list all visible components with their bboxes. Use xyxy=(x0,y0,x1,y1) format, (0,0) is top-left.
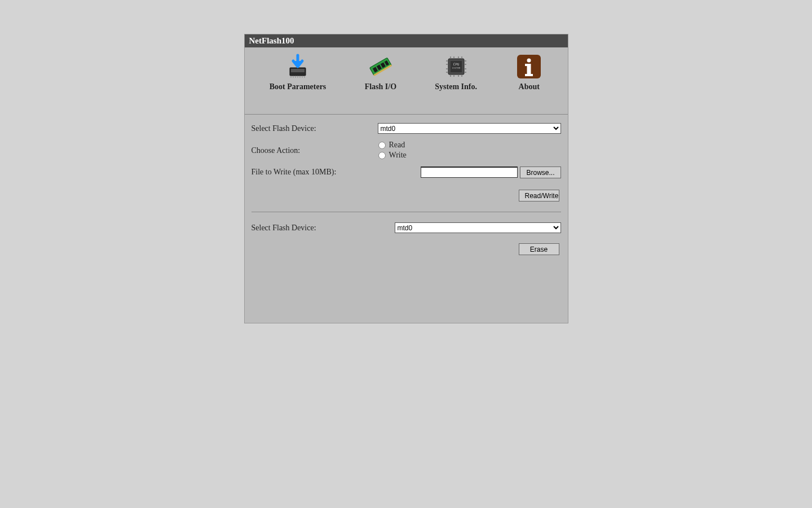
flash-device-select[interactable]: mtd0 xyxy=(378,123,561,134)
radio-write[interactable] xyxy=(378,152,386,159)
radio-read-label: Read xyxy=(389,141,405,150)
svg-point-36 xyxy=(527,59,531,63)
radio-read[interactable] xyxy=(378,142,386,149)
nav-system-info[interactable]: CPU SYSTEM System Info. xyxy=(435,53,477,91)
radio-write-label: Write xyxy=(389,151,407,160)
nav-about-label: About xyxy=(515,82,542,91)
file-input-group: Browse... xyxy=(421,167,561,178)
file-path-input[interactable] xyxy=(421,167,518,178)
file-label: File to Write (max 10MB): xyxy=(251,167,373,177)
erase-flash-device-select[interactable]: mtd0 xyxy=(395,222,561,233)
browse-button[interactable]: Browse... xyxy=(520,167,561,178)
select-device-label: Select Flash Device: xyxy=(251,123,378,133)
app-title: NetFlash100 xyxy=(249,36,294,45)
nav-bar: Boot Parameters Flash I/O xyxy=(245,47,568,115)
erase-button[interactable]: Erase xyxy=(519,243,559,255)
select-device-row: Select Flash Device: mtd0 xyxy=(251,123,561,134)
nav-flashio-label: Flash I/O xyxy=(365,82,396,91)
nav-boot-parameters[interactable]: Boot Parameters xyxy=(270,53,326,91)
content-panel: Select Flash Device: mtd0 Choose Action:… xyxy=(245,115,568,323)
choose-action-label: Choose Action: xyxy=(251,141,378,155)
action-radio-group: Read Write xyxy=(378,141,561,160)
cpu-chip-icon: CPU SYSTEM xyxy=(443,53,470,80)
erase-select-device-label: Select Flash Device: xyxy=(251,222,378,233)
svg-text:SYSTEM: SYSTEM xyxy=(452,67,460,69)
chip-download-icon xyxy=(284,53,311,80)
nav-sysinfo-label: System Info. xyxy=(435,82,477,91)
erase-button-row: Erase xyxy=(251,243,561,255)
file-to-write-row: File to Write (max 10MB): Browse... xyxy=(251,167,561,178)
readwrite-button-row: Read/Write xyxy=(251,190,561,202)
readwrite-button[interactable]: Read/Write xyxy=(519,190,559,202)
svg-rect-38 xyxy=(525,64,529,66)
svg-text:CPU: CPU xyxy=(453,62,459,66)
radio-write-line[interactable]: Write xyxy=(378,151,561,160)
nav-flash-io[interactable]: Flash I/O xyxy=(365,53,396,91)
ram-stick-icon xyxy=(367,53,394,80)
choose-action-row: Choose Action: Read Write xyxy=(251,141,561,160)
separator xyxy=(251,212,561,212)
radio-read-line[interactable]: Read xyxy=(378,141,561,150)
title-bar: NetFlash100 xyxy=(245,34,568,47)
erase-select-device-row: Select Flash Device: mtd0 xyxy=(251,222,561,233)
svg-rect-39 xyxy=(525,74,533,76)
app-window: NetFlash100 Boot Parameters xyxy=(244,34,568,323)
info-icon xyxy=(515,53,542,80)
svg-rect-1 xyxy=(291,69,304,72)
nav-about[interactable]: About xyxy=(515,53,542,91)
nav-boot-label: Boot Parameters xyxy=(270,82,326,91)
